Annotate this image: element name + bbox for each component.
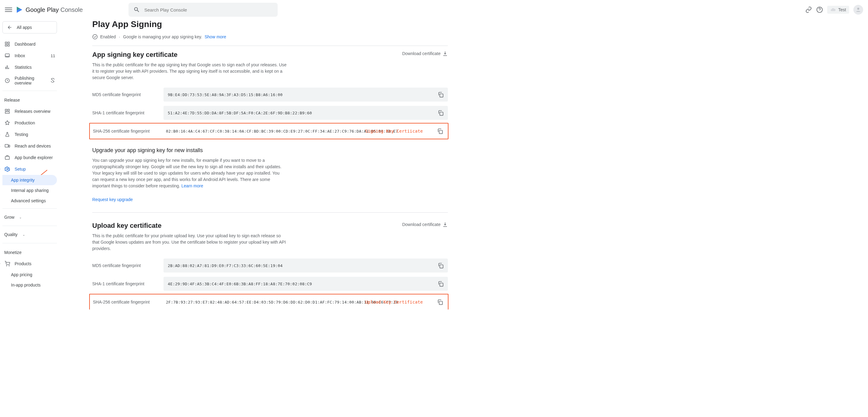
svg-point-23 — [9, 266, 9, 266]
sidebar-item-label: Releases overview — [14, 109, 51, 114]
fingerprint-row-sha256: SHA-256 certificate fingerprint 2F:7B:93… — [90, 295, 447, 309]
download-icon — [442, 51, 448, 56]
all-apps-button[interactable]: All apps — [2, 21, 57, 33]
fp-label: SHA-256 certificate fingerprint — [90, 300, 162, 305]
highlight-signing-sha256: SHA-256 certificate fingerprint 02:B0:16… — [89, 123, 448, 139]
sidebar-item-label: Reach and devices — [14, 144, 51, 148]
copy-icon[interactable] — [437, 263, 443, 269]
svg-rect-28 — [440, 265, 443, 268]
sidebar-item-dashboard[interactable]: Dashboard — [2, 38, 57, 50]
main-content: Play App Signing Enabled · Google is man… — [59, 20, 455, 322]
download-certificate-button[interactable]: Download certificate — [402, 51, 448, 56]
fingerprint-row-sha256: SHA-256 certificate fingerprint 02:B0:16… — [90, 124, 447, 138]
svg-rect-13 — [5, 109, 7, 111]
logo[interactable]: Google Play Console — [16, 6, 83, 13]
sidebar-item-publishing[interactable]: Publishing overview — [2, 73, 57, 88]
releases-icon — [4, 108, 10, 114]
sidebar-item-label: Setup — [14, 167, 26, 172]
fp-value: 2F:7B:93:27:93:E7:82:48:AD:64:57:EE:D4:0… — [162, 295, 447, 309]
learn-more-link[interactable]: Learn more — [182, 183, 204, 188]
sidebar-item-label: Advanced settings — [11, 198, 46, 203]
sidebar-item-setup[interactable]: ▾ Setup — [2, 163, 57, 175]
sidebar-item-statistics[interactable]: Statistics — [2, 62, 57, 73]
sidebar-item-inbox[interactable]: Inbox 11 — [2, 50, 57, 62]
svg-point-22 — [6, 266, 7, 266]
fp-value: 51:A2:4E:7D:55:DD:DA:8F:5B:DF:5A:F0:CA:2… — [163, 106, 448, 120]
sidebar-item-label: Products — [14, 261, 31, 266]
stats-icon — [4, 64, 10, 70]
sidebar-item-bundle[interactable]: App bundle explorer — [2, 152, 57, 163]
fingerprint-row-md5: MD5 certificate fingerprint 2B:AD:88:02:… — [92, 258, 448, 273]
sidebar-item-products[interactable]: ▾ Products — [2, 258, 57, 270]
svg-rect-6 — [5, 45, 7, 46]
sidebar-item-advanced-settings[interactable]: Advanced settings — [2, 196, 57, 206]
section-upload-key: Upload key certificate This is the publi… — [92, 222, 448, 258]
svg-rect-29 — [440, 283, 443, 286]
fp-value-text: 2F:7B:93:27:93:E7:82:48:AD:64:57:EE:D4:0… — [166, 300, 398, 305]
app-badge[interactable]: Test — [827, 6, 849, 14]
chevron-down-icon: ⌄ — [23, 233, 25, 236]
link-icon[interactable] — [805, 6, 812, 13]
fp-value-text: 9B:E4:DD:73:53:5E:A8:9A:3F:A3:D5:15:B8:A… — [168, 93, 282, 97]
sidebar-item-releases-overview[interactable]: Releases overview — [2, 106, 57, 117]
fp-value-text: 51:A2:4E:7D:55:DD:DA:8F:5B:DF:5A:F0:CA:2… — [168, 111, 312, 115]
fp-label: MD5 certificate fingerprint — [92, 92, 163, 97]
section-label: Quality — [4, 232, 18, 237]
fingerprint-row-sha1: SHA-1 certificate fingerprint 51:A2:4E:7… — [92, 106, 448, 120]
menu-icon[interactable] — [5, 6, 12, 13]
fp-value: 9B:E4:DD:73:53:5E:A8:9A:3F:A3:D5:15:B8:A… — [163, 88, 448, 102]
sidebar-item-app-pricing[interactable]: App pricing — [2, 270, 57, 280]
svg-rect-25 — [440, 94, 443, 97]
sidebar-item-label: In-app products — [11, 283, 40, 287]
copy-icon[interactable] — [437, 110, 443, 116]
cloud-icon — [830, 7, 836, 12]
section-grow[interactable]: Grow ⌄ — [2, 211, 57, 223]
copy-icon[interactable] — [437, 92, 443, 98]
chevron-down-icon: ▾ — [0, 262, 0, 266]
svg-rect-18 — [5, 157, 9, 160]
download-label: Download certificate — [402, 51, 440, 56]
copy-icon[interactable] — [437, 128, 443, 134]
fp-label: SHA-1 certificate fingerprint — [92, 110, 163, 115]
inbox-icon — [4, 53, 10, 59]
search-input[interactable] — [144, 7, 273, 12]
fp-value-text: 2B:AD:88:02:A7:81:D9:E0:F7:C3:33:6C:60:5… — [168, 264, 282, 268]
svg-rect-17 — [9, 145, 10, 147]
sidebar-item-label: Dashboard — [14, 42, 36, 46]
sidebar-item-iap[interactable]: In-app products — [2, 280, 57, 290]
section-desc: This is the public certificate for your … — [92, 233, 287, 252]
show-more-link[interactable]: Show more — [205, 34, 226, 39]
svg-rect-4 — [5, 42, 7, 43]
copy-icon[interactable] — [437, 281, 443, 287]
search-bar[interactable] — [128, 3, 278, 17]
copy-icon[interactable] — [437, 299, 443, 305]
bundle-icon — [4, 154, 10, 161]
request-key-upgrade-link[interactable]: Request key upgrade — [92, 197, 133, 202]
section-quality[interactable]: Quality ⌄ — [2, 229, 57, 241]
sidebar-item-testing[interactable]: ▸ Testing — [2, 129, 57, 140]
svg-point-24 — [93, 35, 97, 39]
svg-rect-9 — [5, 67, 6, 69]
play-logo-icon — [16, 6, 23, 13]
svg-rect-7 — [8, 45, 9, 46]
flask-icon — [4, 131, 10, 137]
upgrade-desc: You can upgrade your app signing key for… — [92, 157, 287, 189]
chevron-right-icon: ▸ — [0, 144, 0, 148]
help-icon[interactable] — [816, 6, 823, 13]
section-monetize: Monetize — [2, 246, 57, 258]
sidebar-item-label: App pricing — [11, 272, 32, 277]
sidebar-item-production[interactable]: Production — [2, 117, 57, 129]
gear-icon — [4, 166, 10, 172]
sidebar-item-internal-sharing[interactable]: Internal app sharing — [2, 185, 57, 196]
download-certificate-button[interactable]: Download certificate — [402, 222, 448, 227]
fp-label: MD5 certificate fingerprint — [92, 263, 163, 268]
avatar[interactable] — [854, 5, 863, 14]
sidebar-item-app-integrity[interactable]: App integrity — [2, 175, 57, 185]
fp-value: 4E:29:9D:4F:A5:3B:C4:4F:E0:6B:3B:A8:FF:1… — [163, 277, 448, 291]
check-circle-icon — [92, 34, 98, 39]
fp-value: 2B:AD:88:02:A7:81:D9:E0:F7:C3:33:6C:60:5… — [163, 258, 448, 273]
chevron-down-icon: ⌄ — [19, 216, 22, 219]
person-icon — [855, 7, 861, 13]
sidebar-item-reach[interactable]: ▸ Reach and devices — [2, 140, 57, 152]
svg-rect-11 — [8, 68, 9, 69]
